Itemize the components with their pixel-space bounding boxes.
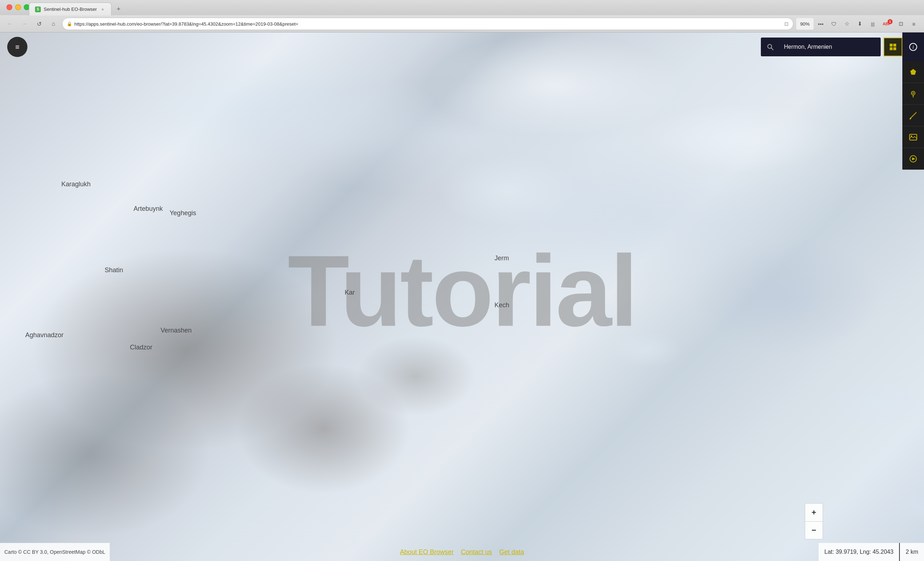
poi-icon bbox=[909, 90, 918, 98]
scale-display: 2 km bbox=[899, 543, 924, 561]
bottom-links: About EO Browser Contact us Get data bbox=[400, 548, 524, 556]
svg-rect-3 bbox=[893, 44, 896, 46]
address-bar-row: ← → ↺ ⌂ 🔒 https://apps.sentinel-hub.com/… bbox=[0, 15, 924, 33]
forward-button[interactable]: → bbox=[19, 18, 30, 30]
map-attribution: Carto © CC BY 3.0, OpenStreetMap © ODbL bbox=[0, 543, 110, 561]
measure-tool-button[interactable] bbox=[902, 105, 924, 126]
search-container bbox=[761, 38, 880, 56]
coordinates-display: Lat: 39.9719, Lng: 45.2043 bbox=[819, 543, 899, 561]
app-container: Tutorial Karaglukh Artebuynk Yeghegis Sh… bbox=[0, 33, 924, 561]
svg-marker-8 bbox=[910, 69, 916, 75]
library-button[interactable]: ||| bbox=[867, 18, 879, 30]
window-controls bbox=[6, 4, 30, 10]
zoom-controls: + − bbox=[805, 503, 823, 539]
close-window-button[interactable] bbox=[6, 4, 12, 10]
back-button[interactable]: ← bbox=[4, 18, 16, 30]
svg-rect-2 bbox=[890, 44, 892, 46]
hamburger-menu-button[interactable]: ≡ bbox=[7, 37, 27, 57]
url-text: https://apps.sentinel-hub.com/eo-browser… bbox=[74, 21, 782, 27]
measure-icon bbox=[909, 111, 918, 120]
image-icon bbox=[909, 133, 918, 141]
bottom-bar: Carto © CC BY 3.0, OpenStreetMap © ODbL … bbox=[0, 543, 924, 561]
polygon-tool-button[interactable] bbox=[902, 62, 924, 83]
timelapse-icon bbox=[909, 154, 918, 163]
active-tab[interactable]: S Sentinel-hub EO-Browser × bbox=[29, 3, 111, 15]
search-button[interactable] bbox=[761, 38, 780, 56]
zoom-in-button[interactable]: + bbox=[805, 503, 823, 521]
minimize-window-button[interactable] bbox=[15, 4, 21, 10]
download-button[interactable]: ⬇ bbox=[854, 18, 866, 30]
refresh-button[interactable]: ↺ bbox=[33, 18, 45, 30]
close-tab-button[interactable]: × bbox=[100, 6, 105, 12]
bottom-right: Lat: 39.9719, Lng: 45.2043 2 km bbox=[819, 543, 924, 561]
app-topbar: ≡ i bbox=[0, 33, 924, 62]
address-bar[interactable]: 🔒 https://apps.sentinel-hub.com/eo-brows… bbox=[62, 18, 794, 30]
adblocker-button[interactable]: ABP 1 bbox=[880, 18, 894, 30]
tab-bar: S Sentinel-hub EO-Browser × + bbox=[0, 0, 924, 15]
info-icon: i bbox=[909, 43, 918, 51]
browser-toolbar: 90% ••• 🛡 ☆ ⬇ ||| ABP 1 ⊡ ≡ bbox=[796, 18, 920, 30]
image-tool-button[interactable] bbox=[902, 126, 924, 148]
cloud-overlay bbox=[0, 33, 924, 561]
adblocker-badge: 1 bbox=[888, 19, 892, 24]
svg-rect-5 bbox=[893, 47, 896, 50]
svg-point-16 bbox=[910, 135, 912, 137]
svg-line-1 bbox=[771, 48, 774, 50]
new-tab-button[interactable]: + bbox=[113, 4, 124, 15]
info-button[interactable]: i bbox=[902, 33, 924, 62]
svg-marker-18 bbox=[912, 158, 915, 160]
about-eo-browser-link[interactable]: About EO Browser bbox=[400, 548, 454, 556]
poi-tool-button[interactable] bbox=[902, 83, 924, 105]
contact-us-link[interactable]: Contact us bbox=[461, 548, 492, 556]
more-options-button[interactable]: ••• bbox=[815, 18, 826, 30]
layers-icon bbox=[889, 43, 897, 51]
reader-icon: ⊡ bbox=[784, 21, 789, 27]
tab-title: Sentinel-hub EO-Browser bbox=[44, 6, 97, 12]
right-sidebar bbox=[902, 62, 924, 170]
sidebar-toggle-button[interactable]: ⊡ bbox=[895, 18, 907, 30]
svg-point-11 bbox=[912, 92, 914, 94]
layers-button[interactable] bbox=[884, 38, 902, 56]
polygon-icon bbox=[909, 68, 918, 76]
tab-favicon: S bbox=[35, 6, 41, 12]
search-icon bbox=[766, 44, 774, 51]
svg-rect-4 bbox=[890, 47, 892, 50]
home-button[interactable]: ⌂ bbox=[48, 18, 59, 30]
zoom-out-button[interactable]: − bbox=[805, 521, 823, 539]
shield-button[interactable]: 🛡 bbox=[828, 18, 840, 30]
search-input[interactable] bbox=[780, 38, 880, 56]
bookmark-button[interactable]: ☆ bbox=[841, 18, 852, 30]
lock-icon: 🔒 bbox=[67, 21, 72, 26]
menu-button[interactable]: ≡ bbox=[908, 18, 920, 30]
get-data-link[interactable]: Get data bbox=[499, 548, 524, 556]
svg-text:i: i bbox=[912, 44, 914, 50]
zoom-level[interactable]: 90% bbox=[796, 18, 813, 30]
timelapse-tool-button[interactable] bbox=[902, 148, 924, 170]
